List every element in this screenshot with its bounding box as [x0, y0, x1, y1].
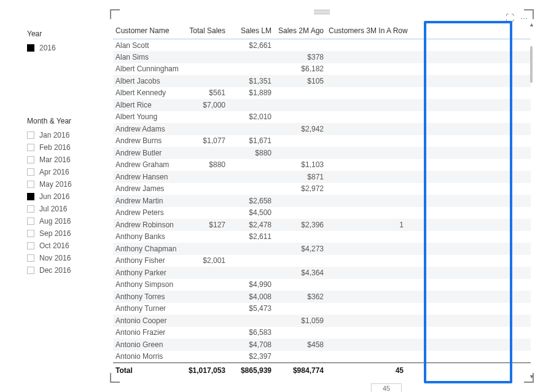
resize-handle-tl[interactable] — [110, 9, 120, 19]
checkbox-icon[interactable] — [27, 230, 34, 237]
table-row[interactable]: Andrew Graham$880$1,103 — [113, 159, 531, 171]
checkbox-icon[interactable] — [27, 144, 34, 151]
slicer-month-label: Jun 2016 — [39, 190, 69, 203]
table-row[interactable]: Alan Sims$378 — [113, 51, 531, 63]
slicer-month-item[interactable]: Jun 2016 — [27, 190, 107, 203]
row-count-indicator: 45 — [371, 383, 402, 392]
slicer-month-item[interactable]: May 2016 — [27, 178, 107, 190]
cell-cust-3m — [326, 303, 406, 315]
table-row[interactable]: Anthony Simpson$4,990 — [113, 279, 531, 291]
cell-pad — [406, 267, 531, 279]
table-row[interactable]: Anthony Banks$2,611 — [113, 231, 531, 243]
scroll-up-icon[interactable]: ▲ — [529, 22, 534, 28]
checkbox-icon[interactable] — [27, 218, 34, 225]
cell-sales-lm: $2,010 — [228, 111, 274, 123]
slicer-month-label: Feb 2016 — [39, 141, 71, 154]
checkbox-icon[interactable] — [27, 44, 34, 52]
slicer-month-title: Month & Year — [27, 117, 107, 125]
table-row[interactable]: Andrew Burns$1,077$1,671 — [113, 135, 531, 147]
cell-cust-3m — [326, 111, 406, 123]
checkbox-icon[interactable] — [27, 181, 34, 188]
drag-handle[interactable] — [314, 9, 330, 14]
table-row[interactable]: Andrew Martin$2,658 — [113, 195, 531, 207]
cell-total-sales: $7,000 — [182, 99, 228, 111]
cell-cust-3m — [326, 51, 406, 63]
cell-sales-2m: $1,059 — [274, 315, 326, 327]
cell-sales-2m — [274, 207, 326, 219]
cell-sales-lm — [228, 267, 274, 279]
cell-total-sales — [182, 279, 228, 291]
cell-total-sales — [182, 327, 228, 339]
table-row[interactable]: Andrew Robinson$127$2,478$2,3961 — [113, 219, 531, 231]
table-row[interactable]: Andrew Hansen$871 — [113, 171, 531, 183]
slicer-month-item[interactable]: Oct 2016 — [27, 240, 107, 252]
cell-customer: Alan Sims — [113, 51, 182, 63]
checkbox-icon[interactable] — [27, 156, 34, 163]
table-row[interactable]: Albert Young$2,010 — [113, 111, 531, 123]
col-sales-lm[interactable]: Sales LM — [228, 22, 274, 39]
slicer-year-label: 2016 — [39, 42, 56, 54]
table-row[interactable]: Albert Rice$7,000 — [113, 99, 531, 111]
col-sales-2m[interactable]: Sales 2M Ago — [274, 22, 326, 39]
slicer-month-item[interactable]: Sep 2016 — [27, 227, 107, 240]
table-row[interactable]: Antonio Cooper$1,059 — [113, 315, 531, 327]
cell-cust-3m — [326, 159, 406, 171]
cell-customer: Albert Kennedy — [113, 87, 182, 100]
cell-sales-2m — [274, 99, 326, 111]
cell-total-sales — [182, 195, 228, 207]
slicer-month-item[interactable]: Nov 2016 — [27, 252, 107, 264]
total-sales-2m: $984,774 — [274, 363, 326, 378]
table-row[interactable]: Albert Jacobs$1,351$105 — [113, 75, 531, 87]
table-row[interactable]: Antonio Green$4,708$458 — [113, 339, 531, 351]
checkbox-icon[interactable] — [27, 267, 34, 274]
checkbox-icon[interactable] — [27, 131, 34, 139]
slicer-month-item[interactable]: Apr 2016 — [27, 166, 107, 178]
table-row[interactable]: Antonio Frazier$6,583 — [113, 327, 531, 339]
cell-total-sales — [182, 39, 228, 52]
table-row[interactable]: Anthony Chapman$4,273 — [113, 243, 531, 255]
cell-sales-2m: $362 — [274, 291, 326, 303]
table-row[interactable]: Andrew James$2,972 — [113, 183, 531, 195]
cell-sales-2m: $4,364 — [274, 267, 326, 279]
slicer-year-item[interactable]: 2016 — [27, 42, 107, 54]
table-row[interactable]: Andrew Adams$2,942 — [113, 123, 531, 135]
cell-cust-3m — [326, 327, 406, 339]
checkbox-icon[interactable] — [27, 242, 34, 249]
checkbox-icon[interactable] — [27, 254, 34, 262]
col-total-sales[interactable]: Total Sales — [182, 22, 228, 39]
vertical-scrollbar[interactable]: ▲ ▼ — [529, 22, 534, 380]
slicer-month-item[interactable]: Dec 2016 — [27, 264, 107, 276]
col-customer-name[interactable]: Customer Name — [113, 22, 182, 39]
total-row: Total $1,017,053 $865,939 $984,774 45 — [113, 363, 531, 378]
cell-customer: Antonio Green — [113, 339, 182, 351]
col-customers-3m[interactable]: Customers 3M In A Row — [326, 22, 406, 39]
slicer-month-item[interactable]: Mar 2016 — [27, 154, 107, 166]
slicer-month-item[interactable]: Jul 2016 — [27, 203, 107, 215]
cell-cust-3m: 1 — [326, 219, 406, 231]
scroll-thumb[interactable] — [530, 46, 533, 83]
table-row[interactable]: Anthony Parker$4,364 — [113, 267, 531, 279]
table-row[interactable]: Alan Scott$2,661 — [113, 39, 531, 52]
slicer-month-item[interactable]: Jan 2016 — [27, 129, 107, 141]
cell-customer: Albert Rice — [113, 99, 182, 111]
table-row[interactable]: Anthony Torres$4,008$362 — [113, 291, 531, 303]
scroll-down-icon[interactable]: ▼ — [529, 374, 534, 380]
cell-customer: Andrew Hansen — [113, 171, 182, 183]
table-row[interactable]: Albert Kennedy$561$1,889 — [113, 87, 531, 100]
cell-total-sales — [182, 267, 228, 279]
slicer-month-item[interactable]: Aug 2016 — [27, 215, 107, 227]
cell-sales-lm: $1,351 — [228, 75, 274, 87]
checkbox-icon[interactable] — [27, 168, 34, 176]
cell-sales-2m — [274, 39, 326, 52]
table-row[interactable]: Andrew Peters$4,500 — [113, 207, 531, 219]
cell-total-sales — [182, 207, 228, 219]
table-row[interactable]: Anthony Turner$5,473 — [113, 303, 531, 315]
table-row[interactable]: Albert Cunningham$6,182 — [113, 63, 531, 76]
table-row[interactable]: Anthony Fisher$2,001 — [113, 255, 531, 267]
checkbox-icon[interactable] — [27, 205, 34, 213]
cell-sales-2m: $4,273 — [274, 243, 326, 255]
table-row[interactable]: Andrew Butler$880 — [113, 147, 531, 159]
slicer-month-item[interactable]: Feb 2016 — [27, 141, 107, 154]
table-row[interactable]: Antonio Morris$2,397 — [113, 351, 531, 363]
checkbox-icon[interactable] — [27, 193, 34, 200]
